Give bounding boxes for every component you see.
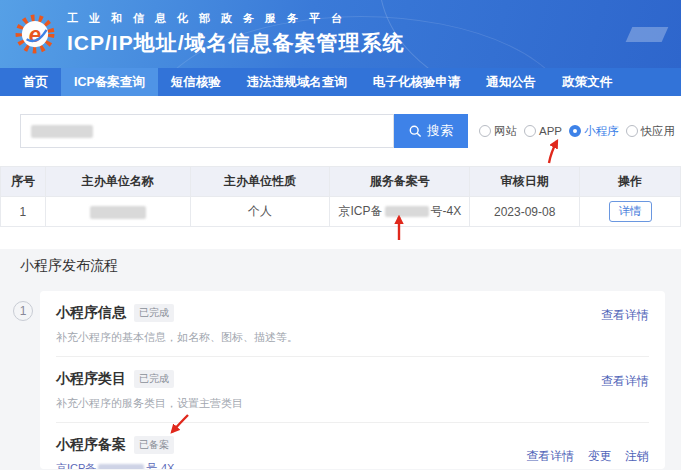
step-title: 小程序类目 <box>56 370 126 388</box>
search-section: 搜索 网站 APP 小程序 快应用 <box>0 96 681 166</box>
results-table-section: 序号 主办单位名称 主办单位性质 服务备案号 审核日期 操作 1 个人 京ICP… <box>0 166 681 249</box>
view-detail-link[interactable]: 查看详情 <box>526 449 574 463</box>
step-left: 小程序备案 已备案 京ICP备号-4X <box>56 436 174 469</box>
redacted-org-name <box>90 206 146 219</box>
change-link[interactable]: 变更 <box>588 449 612 463</box>
step-miniprogram-filing: 小程序备案 已备案 京ICP备号-4X 查看详情 变更 注销 <box>40 423 665 469</box>
status-badge: 已备案 <box>134 436 174 454</box>
redacted-search-text <box>31 125 93 138</box>
redacted-license-middle <box>385 206 429 217</box>
step-miniprogram-info: 小程序信息 已完成 补充小程序的基本信息，如名称、图标、描述等。 查看详情 <box>40 291 665 356</box>
radio-miniprogram[interactable]: 小程序 <box>569 124 619 139</box>
header-decoration <box>626 27 669 42</box>
publish-flow-section: 小程序发布流程 1 小程序信息 已完成 补充小程序的基本信息，如名称、图标、描述… <box>0 249 681 469</box>
nav-item-policy-docs[interactable]: 政策文件 <box>549 68 625 96</box>
cell-index: 1 <box>1 197 46 227</box>
col-index: 序号 <box>1 167 46 197</box>
main-nav: 首页 ICP备案查询 短信核验 违法违规域名查询 电子化核验申请 通知公告 政策… <box>0 68 681 96</box>
view-detail-link[interactable]: 查看详情 <box>601 374 649 388</box>
col-review-date: 审核日期 <box>470 167 580 197</box>
search-icon <box>409 125 422 138</box>
header-titles: 工业和信息化部政务服务平台 ICP/IP地址/域名信息备案管理系统 <box>67 11 405 57</box>
detail-button[interactable]: 详情 <box>609 201 652 222</box>
cell-org-type: 个人 <box>190 197 330 227</box>
redacted-license-middle <box>98 464 144 469</box>
radio-circle-icon <box>479 125 491 137</box>
miit-gear-logo-icon: e <box>14 13 56 55</box>
step-links: 查看详情 <box>591 307 649 345</box>
radio-app[interactable]: APP <box>524 125 562 137</box>
status-badge: 已完成 <box>134 370 174 388</box>
step-miniprogram-category: 小程序类目 已完成 补充小程序的服务类目，设置主营类目 查看详情 <box>40 357 665 422</box>
step-title: 小程序备案 <box>56 436 126 454</box>
table-row: 1 个人 京ICP备号-4X 2023-09-08 详情 <box>1 197 681 227</box>
radio-circle-icon <box>626 125 638 137</box>
step-left: 小程序类目 已完成 补充小程序的服务类目，设置主营类目 <box>56 370 243 411</box>
search-type-radio-group: 网站 APP 小程序 快应用 <box>479 124 675 139</box>
nav-item-e-verify-apply[interactable]: 电子化核验申请 <box>360 68 474 96</box>
results-table: 序号 主办单位名称 主办单位性质 服务备案号 审核日期 操作 1 个人 京ICP… <box>0 166 681 227</box>
filing-license-number: 京ICP备号-4X <box>56 461 174 469</box>
radio-checked-icon <box>569 125 581 137</box>
cell-actions: 详情 <box>580 197 681 227</box>
nav-item-sms-verify[interactable]: 短信核验 <box>158 68 234 96</box>
system-title: ICP/IP地址/域名信息备案管理系统 <box>67 29 405 57</box>
search-button-label: 搜索 <box>427 122 453 140</box>
radio-website[interactable]: 网站 <box>479 124 517 139</box>
view-detail-link[interactable]: 查看详情 <box>601 308 649 322</box>
step-left: 小程序信息 已完成 补充小程序的基本信息，如名称、图标、描述等。 <box>56 304 298 345</box>
site-header: e 工业和信息化部政务服务平台 ICP/IP地址/域名信息备案管理系统 <box>0 0 681 68</box>
step-group-number: 1 <box>13 301 33 321</box>
cell-review-date: 2023-09-08 <box>470 197 580 227</box>
step-links: 查看详情 <box>591 373 649 411</box>
step-links: 查看详情 变更 注销 <box>516 448 649 469</box>
table-header-row: 序号 主办单位名称 主办单位性质 服务备案号 审核日期 操作 <box>1 167 681 197</box>
cell-org-name <box>45 197 190 227</box>
flow-body: 1 小程序信息 已完成 补充小程序的基本信息，如名称、图标、描述等。 查看详情 <box>0 291 681 469</box>
status-badge: 已完成 <box>134 304 174 322</box>
radio-circle-icon <box>524 125 536 137</box>
step-description: 补充小程序的基本信息，如名称、图标、描述等。 <box>56 330 298 345</box>
platform-title: 工业和信息化部政务服务平台 <box>67 11 405 26</box>
step-description: 补充小程序的服务类目，设置主营类目 <box>56 396 243 411</box>
page: e 工业和信息化部政务服务平台 ICP/IP地址/域名信息备案管理系统 首页 I… <box>0 0 681 470</box>
col-actions: 操作 <box>580 167 681 197</box>
col-org-type: 主办单位性质 <box>190 167 330 197</box>
flow-card: 小程序信息 已完成 补充小程序的基本信息，如名称、图标、描述等。 查看详情 小程… <box>40 291 665 469</box>
col-license-number: 服务备案号 <box>330 167 470 197</box>
cancel-filing-link[interactable]: 注销 <box>625 449 649 463</box>
nav-item-notices[interactable]: 通知公告 <box>473 68 549 96</box>
search-button[interactable]: 搜索 <box>394 114 468 148</box>
radio-quickapp[interactable]: 快应用 <box>626 124 676 139</box>
cell-license-number: 京ICP备号-4X <box>330 197 470 227</box>
svg-text:e: e <box>29 22 41 47</box>
nav-item-home[interactable]: 首页 <box>10 68 61 96</box>
flow-section-title: 小程序发布流程 <box>20 257 681 275</box>
nav-item-icp-query[interactable]: ICP备案查询 <box>61 68 158 96</box>
col-org-name: 主办单位名称 <box>45 167 190 197</box>
step-title: 小程序信息 <box>56 304 126 322</box>
search-input[interactable] <box>20 114 394 148</box>
nav-item-illegal-domain-query[interactable]: 违法违规域名查询 <box>234 68 360 96</box>
